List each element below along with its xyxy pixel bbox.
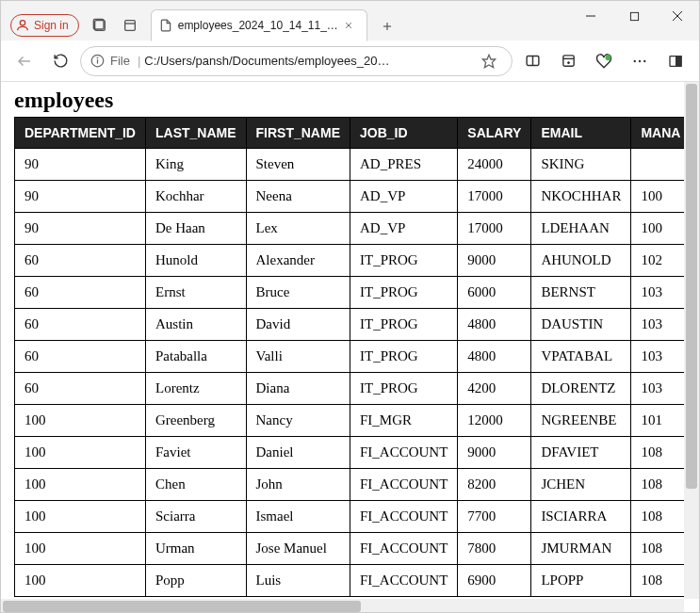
table-cell: 60 bbox=[15, 277, 146, 309]
column-header: MANA bbox=[631, 118, 685, 149]
table-row: 100ChenJohnFI_ACCOUNT8200JCHEN108 bbox=[15, 469, 686, 501]
column-header: LAST_NAME bbox=[145, 118, 246, 149]
table-cell: FI_MGR bbox=[350, 405, 457, 437]
plus-icon bbox=[381, 20, 394, 33]
table-cell: 103 bbox=[631, 309, 685, 341]
table-cell: Daniel bbox=[246, 437, 350, 469]
table-cell: JCHEN bbox=[531, 469, 631, 501]
table-cell: 108 bbox=[631, 533, 685, 565]
table-cell: John bbox=[246, 469, 350, 501]
svg-rect-20 bbox=[562, 56, 573, 66]
table-cell: 9000 bbox=[458, 437, 531, 469]
table-cell: 4200 bbox=[458, 373, 531, 405]
browser-essentials-button[interactable] bbox=[588, 45, 620, 77]
table-cell: 100 bbox=[631, 181, 685, 213]
svg-rect-29 bbox=[676, 56, 681, 66]
table-cell: 17000 bbox=[458, 213, 531, 245]
table-cell: 100 bbox=[15, 501, 146, 533]
signin-button[interactable]: Sign in bbox=[10, 14, 79, 37]
close-icon bbox=[344, 21, 353, 30]
split-screen-button[interactable] bbox=[516, 45, 548, 77]
sidebar-icon bbox=[668, 54, 683, 69]
table-cell: Chen bbox=[145, 469, 246, 501]
more-button[interactable] bbox=[624, 45, 656, 77]
table-cell: 17000 bbox=[458, 181, 531, 213]
table-cell: DFAVIET bbox=[531, 437, 631, 469]
back-button[interactable] bbox=[8, 45, 41, 77]
table-cell: BERNST bbox=[531, 277, 631, 309]
vertical-tabs-icon bbox=[122, 18, 138, 33]
close-window-button[interactable] bbox=[656, 1, 699, 31]
table-row: 100UrmanJose ManuelFI_ACCOUNT7800JMURMAN… bbox=[15, 533, 686, 565]
horizontal-scroll-thumb[interactable] bbox=[3, 601, 361, 612]
table-cell: 103 bbox=[631, 373, 685, 405]
table-row: 60PataballaValliIT_PROG4800VPATABAL103 bbox=[15, 341, 686, 373]
vertical-scroll-thumb[interactable] bbox=[686, 84, 697, 489]
minimize-button[interactable] bbox=[569, 1, 612, 31]
new-tab-button[interactable] bbox=[373, 12, 401, 40]
table-cell: Popp bbox=[145, 565, 246, 597]
table-cell: 60 bbox=[15, 309, 146, 341]
star-icon[interactable] bbox=[481, 54, 497, 69]
table-cell: AD_PRES bbox=[350, 149, 457, 181]
table-cell: Alexander bbox=[246, 245, 350, 277]
table-cell: Jose Manuel bbox=[246, 533, 350, 565]
table-cell: 60 bbox=[15, 341, 146, 373]
table-cell: AD_VP bbox=[350, 213, 457, 245]
table-cell: Kochhar bbox=[145, 181, 246, 213]
maximize-icon bbox=[629, 11, 640, 22]
table-cell: Pataballa bbox=[145, 341, 246, 373]
table-cell: 103 bbox=[631, 341, 685, 373]
table-cell: De Haan bbox=[145, 213, 246, 245]
copilot-sidebar-button[interactable] bbox=[659, 45, 692, 77]
table-row: 100GreenbergNancyFI_MGR12000NGREENBE101 bbox=[15, 405, 686, 437]
table-cell: 90 bbox=[15, 149, 146, 181]
heart-pulse-icon bbox=[595, 53, 612, 70]
table-row: 90KochharNeenaAD_VP17000NKOCHHAR100 bbox=[15, 181, 686, 213]
table-cell: VPATABAL bbox=[531, 341, 631, 373]
vertical-tabs-button[interactable] bbox=[115, 10, 145, 40]
browser-tab[interactable]: employees_2024_10_14_11_23_36 bbox=[151, 9, 367, 41]
table-cell: Hunold bbox=[145, 245, 246, 277]
document: employees DEPARTMENT_IDLAST_NAMEFIRST_NA… bbox=[1, 82, 685, 613]
table-cell: IT_PROG bbox=[350, 277, 457, 309]
table-cell: Steven bbox=[246, 149, 350, 181]
tab-actions-icon bbox=[92, 18, 107, 33]
table-cell: 9000 bbox=[458, 245, 531, 277]
refresh-button[interactable] bbox=[44, 45, 76, 77]
table-cell: FI_ACCOUNT bbox=[350, 565, 457, 597]
content-viewport: employees DEPARTMENT_IDLAST_NAMEFIRST_NA… bbox=[1, 82, 699, 613]
address-bar[interactable]: File | C:/Users/pansh/Documents/employee… bbox=[80, 46, 513, 76]
table-row: 60HunoldAlexanderIT_PROG9000AHUNOLD102 bbox=[15, 245, 686, 277]
vertical-scrollbar[interactable] bbox=[684, 82, 699, 599]
collections-button[interactable] bbox=[552, 45, 584, 77]
table-row: 60ErnstBruceIT_PROG6000BERNST103 bbox=[15, 277, 686, 309]
svg-rect-3 bbox=[124, 21, 135, 31]
table-cell: 100 bbox=[15, 565, 146, 597]
svg-point-24 bbox=[606, 55, 611, 60]
table-cell: 108 bbox=[631, 469, 685, 501]
table-cell: Ismael bbox=[246, 501, 350, 533]
table-cell: IT_PROG bbox=[350, 341, 457, 373]
svg-rect-10 bbox=[630, 12, 638, 20]
maximize-button[interactable] bbox=[612, 1, 656, 31]
table-cell: AD_VP bbox=[350, 181, 457, 213]
table-row: 100PoppLuisFI_ACCOUNT6900LPOPP108 bbox=[15, 565, 686, 597]
svg-point-16 bbox=[97, 57, 98, 58]
svg-marker-17 bbox=[482, 55, 495, 67]
table-cell: 12000 bbox=[458, 405, 531, 437]
table-cell: 101 bbox=[631, 405, 685, 437]
column-header: JOB_ID bbox=[350, 118, 457, 149]
table-cell: LDEHAAN bbox=[531, 213, 631, 245]
table-cell: Sciarra bbox=[145, 501, 246, 533]
table-cell: 90 bbox=[15, 213, 146, 245]
tab-close-button[interactable] bbox=[344, 18, 359, 33]
tab-actions-button[interactable] bbox=[85, 10, 115, 40]
table-row: 100SciarraIsmaelFI_ACCOUNT7700ISCIARRA10… bbox=[15, 501, 686, 533]
table-cell: 100 bbox=[631, 213, 685, 245]
column-header: DEPARTMENT_ID bbox=[15, 118, 146, 149]
table-cell: Austin bbox=[145, 309, 246, 341]
browser-titlebar: Sign in employees_2024_10_14_11_23_36 bbox=[1, 1, 699, 40]
table-cell: Nancy bbox=[246, 405, 350, 437]
horizontal-scrollbar[interactable] bbox=[1, 599, 684, 613]
